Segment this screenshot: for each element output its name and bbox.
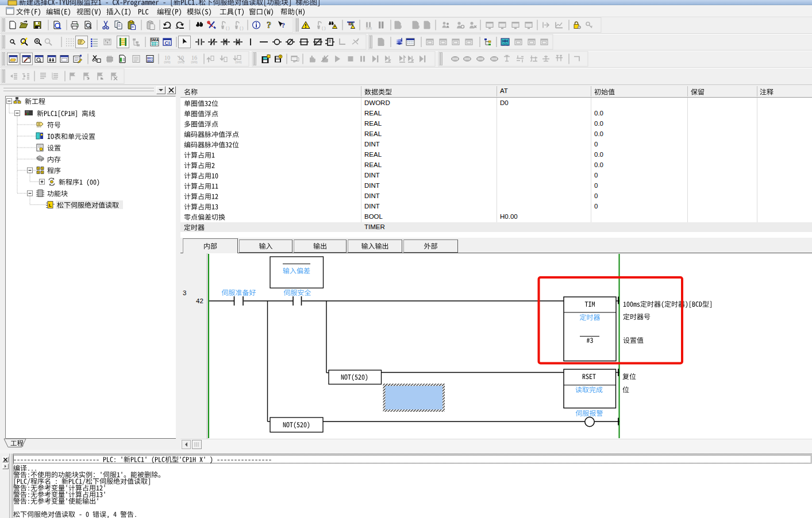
svg-text:002: 002 [147, 59, 153, 63]
svg-text:( ): ( ) [226, 26, 230, 30]
svg-text:(0/0): (0/0) [191, 60, 197, 64]
svg-text:(0/0): (0/0) [164, 60, 170, 64]
svg-text:SMA: SMA [151, 38, 159, 42]
svg-text:(0/0): (0/0) [235, 60, 241, 64]
svg-text:L: L [49, 203, 52, 208]
svg-text:( ): ( ) [322, 26, 326, 30]
svg-text:(0/0): (0/0) [366, 26, 372, 30]
svg-text:CI: CI [165, 40, 170, 46]
svg-text:?: ? [282, 21, 285, 29]
svg-text:?: ? [280, 55, 282, 59]
svg-text:?: ? [267, 20, 271, 30]
svg-text:( ): ( ) [240, 26, 244, 30]
svg-text:(0/0): (0/0) [502, 42, 509, 46]
